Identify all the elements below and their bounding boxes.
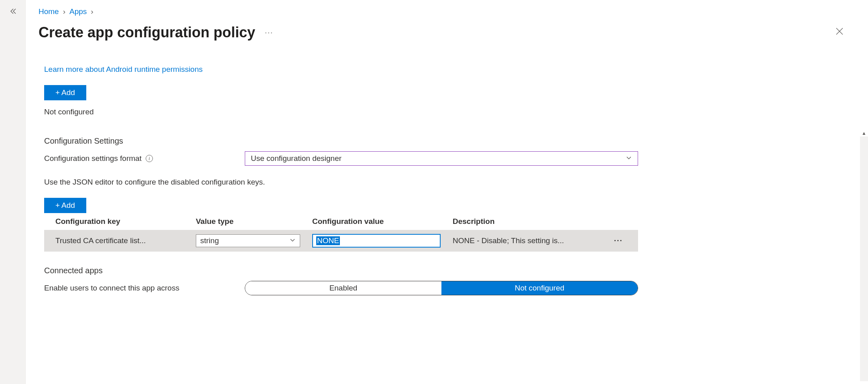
permissions-status: Not configured <box>44 108 852 116</box>
breadcrumb: Home › Apps › <box>39 7 852 16</box>
toggle-option-enabled[interactable]: Enabled <box>245 281 441 295</box>
learn-more-link[interactable]: Learn more about Android runtime permiss… <box>44 65 203 74</box>
table-header-row: Configuration key Value type Configurati… <box>44 213 638 230</box>
col-header-key: Configuration key <box>55 217 196 226</box>
add-label: Add <box>61 88 75 97</box>
config-settings-heading: Configuration Settings <box>44 136 852 146</box>
chevron-down-icon <box>289 236 296 245</box>
add-permission-button[interactable]: +Add <box>44 85 86 100</box>
scrollbar[interactable] <box>860 136 868 381</box>
chevron-down-icon <box>626 154 632 163</box>
plus-icon: + <box>55 88 60 97</box>
chevron-right-icon: › <box>91 7 93 16</box>
cell-config-key: Trusted CA certificate list... <box>55 236 196 245</box>
page-header: Create app configuration policy ··· <box>39 24 852 41</box>
collapse-sidebar-icon[interactable] <box>9 7 17 384</box>
col-header-desc: Description <box>453 217 614 226</box>
config-format-value: Use configuration designer <box>251 154 342 163</box>
connected-apps-toggle[interactable]: Enabled Not configured <box>245 281 638 295</box>
connected-apps-heading: Connected apps <box>44 266 852 275</box>
close-icon[interactable] <box>835 27 844 38</box>
col-header-value: Configuration value <box>312 217 453 226</box>
value-type-select[interactable]: string <box>196 234 300 247</box>
more-actions-icon[interactable]: ··· <box>265 28 273 37</box>
json-editor-helper: Use the JSON editor to configure the dis… <box>44 178 852 187</box>
chevron-right-icon: › <box>63 7 65 16</box>
connected-apps-label: Enable users to connect this app across <box>44 284 245 293</box>
table-row: Trusted CA certificate list... string NO… <box>44 230 638 252</box>
col-header-type: Value type <box>196 217 312 226</box>
left-rail <box>0 0 26 384</box>
info-icon[interactable]: i <box>146 155 153 162</box>
cell-description: NONE - Disable; This setting is... <box>453 236 614 245</box>
config-table: Configuration key Value type Configurati… <box>44 213 638 252</box>
toggle-option-not-configured[interactable]: Not configured <box>441 281 638 295</box>
config-value-input[interactable]: NONE <box>312 234 441 248</box>
config-format-label: Configuration settings format i <box>44 154 245 163</box>
config-format-select[interactable]: Use configuration designer <box>245 151 638 166</box>
row-more-icon[interactable]: ··· <box>614 236 623 245</box>
add-label: Add <box>61 201 75 210</box>
main-content: Home › Apps › Create app configuration p… <box>26 0 868 384</box>
scroll-up-arrow-icon[interactable]: ▲ <box>862 130 866 136</box>
breadcrumb-apps[interactable]: Apps <box>69 7 87 16</box>
page-title: Create app configuration policy <box>39 24 255 41</box>
breadcrumb-home[interactable]: Home <box>39 7 59 16</box>
add-config-button[interactable]: +Add <box>44 198 86 213</box>
plus-icon: + <box>55 201 60 210</box>
